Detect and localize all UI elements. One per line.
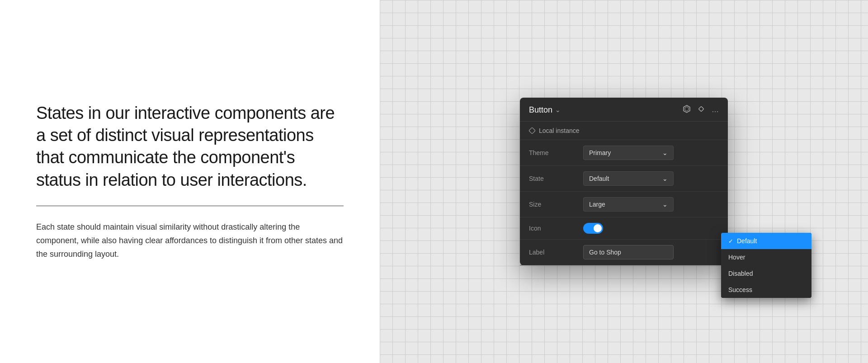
sub-text: Each state should maintain visual simila… bbox=[36, 221, 344, 261]
instance-label: Local instance bbox=[539, 127, 580, 134]
dropdown-item-label: Hover bbox=[728, 254, 745, 261]
icon-label: Icon bbox=[529, 225, 583, 232]
panel-title-text: Button bbox=[529, 105, 552, 115]
theme-dropdown[interactable]: Primary ⌄ bbox=[583, 146, 674, 160]
size-row: Size Large ⌄ bbox=[520, 192, 728, 217]
size-label: Size bbox=[529, 201, 583, 208]
local-instance-icon bbox=[529, 127, 535, 134]
svg-marker-0 bbox=[684, 105, 690, 113]
check-icon: ✓ bbox=[728, 238, 733, 245]
dropdown-item-disabled[interactable]: Disabled bbox=[721, 265, 811, 282]
label-row: Label Go to Shop bbox=[520, 240, 728, 265]
label-text-field[interactable]: Go to Shop bbox=[583, 245, 674, 259]
dropdown-item-default[interactable]: ✓ Default bbox=[721, 233, 811, 249]
label-label: Label bbox=[529, 249, 583, 256]
size-value: Large ⌄ bbox=[583, 197, 719, 212]
state-label: State bbox=[529, 175, 583, 182]
panel-body: Theme Primary ⌄ State Default ⌄ bbox=[520, 140, 728, 265]
figma-panel: Button ⌄ … bbox=[520, 98, 728, 265]
more-options-icon[interactable]: … bbox=[712, 106, 719, 114]
toggle-knob bbox=[594, 224, 602, 232]
state-value: Default ⌄ bbox=[583, 171, 719, 186]
svg-marker-1 bbox=[685, 107, 689, 111]
svg-rect-2 bbox=[698, 106, 703, 111]
theme-value: Primary ⌄ bbox=[583, 146, 719, 160]
icon-toggle-container bbox=[583, 223, 719, 234]
section-divider bbox=[36, 206, 344, 206]
panel-title: Button ⌄ bbox=[529, 105, 561, 115]
state-row: State Default ⌄ ✓ Default Hover bbox=[520, 166, 728, 192]
chevron-down-icon[interactable]: ⌄ bbox=[555, 106, 561, 113]
state-dropdown-menu: ✓ Default Hover Disabled Success bbox=[721, 233, 811, 298]
left-panel: States in our interactive components are… bbox=[0, 75, 380, 288]
hexagon-icon[interactable] bbox=[683, 105, 691, 115]
panel-header-icons: … bbox=[683, 105, 719, 115]
component-icon[interactable] bbox=[697, 105, 705, 115]
right-panel: Button ⌄ … bbox=[380, 0, 868, 363]
theme-row: Theme Primary ⌄ bbox=[520, 140, 728, 166]
panel-instance-row: Local instance bbox=[520, 122, 728, 140]
dropdown-item-label: Disabled bbox=[728, 270, 753, 277]
label-value: Go to Shop bbox=[583, 245, 719, 259]
icon-row: Icon bbox=[520, 217, 728, 240]
main-heading: States in our interactive components are… bbox=[36, 102, 344, 192]
theme-label: Theme bbox=[529, 149, 583, 156]
dropdown-item-hover[interactable]: Hover bbox=[721, 249, 811, 265]
size-dropdown[interactable]: Large ⌄ bbox=[583, 197, 674, 212]
panel-header: Button ⌄ … bbox=[520, 98, 728, 122]
dropdown-item-label: Success bbox=[728, 286, 752, 293]
dropdown-item-success[interactable]: Success bbox=[721, 282, 811, 298]
svg-rect-3 bbox=[529, 127, 535, 134]
dropdown-item-label: Default bbox=[737, 237, 757, 245]
state-dropdown[interactable]: Default ⌄ bbox=[583, 171, 674, 186]
icon-toggle[interactable] bbox=[583, 223, 603, 234]
